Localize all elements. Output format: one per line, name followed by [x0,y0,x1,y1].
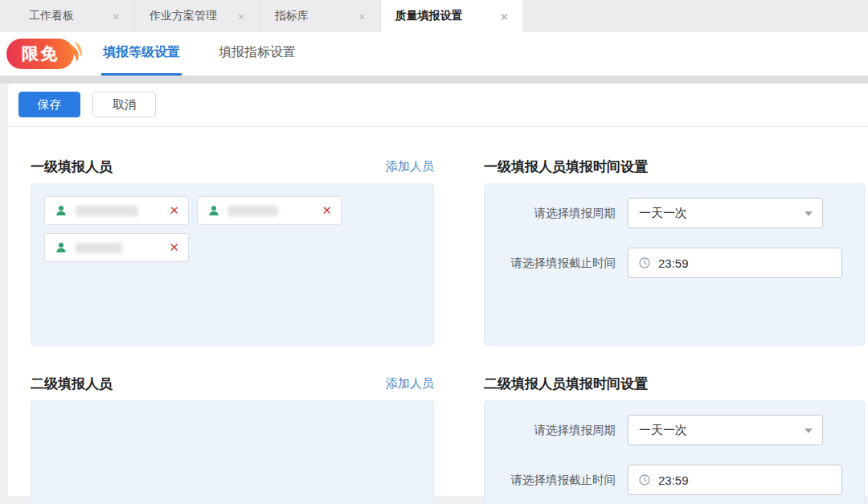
save-button[interactable]: 保存 [18,92,80,117]
section-title: 二级填报人员 [31,375,113,393]
deadline-time-value: 23:59 [658,256,689,270]
level2-time-panel: 请选择填报周期 一天一次 请选择填报截止时间 23:59 [484,400,865,504]
tab-label: 工作看板 [29,9,74,23]
cycle-select-value: 一天一次 [639,206,687,221]
limited-free-badge: 限免 [6,39,74,69]
content-area: 一级填报人员 添加人员 ✕✕✕ 二级填报人员 添加人员 一级填报人员填报时间设置… [8,127,868,504]
deadline-label: 请选择填报截止时间 [485,256,616,271]
tab-label: 指标库 [275,9,309,23]
section-head-level1-time: 一级填报人员填报时间设置 [484,156,865,177]
sub-header: 限免 填报等级设置 填报指标设置 [0,32,868,76]
close-icon[interactable]: × [501,10,508,23]
deadline-label: 请选择填报截止时间 [485,473,616,488]
cycle-select-value: 一天一次 [639,423,687,438]
tab-work-board[interactable]: 工作看板 × [14,0,135,32]
remove-member-icon[interactable]: ✕ [169,203,179,218]
level1-people-panel: ✕✕✕ [31,183,434,346]
cancel-button[interactable]: 取消 [92,92,156,117]
deadline-row: 请选择填报截止时间 23:59 [485,248,864,278]
sub-tab-group: 填报等级设置 填报指标设置 [101,32,297,76]
cycle-row: 请选择填报周期 一天一次 [485,198,864,228]
member-tag[interactable]: ✕ [197,196,342,225]
add-person-link[interactable]: 添加人员 [386,159,434,174]
tab-quality-fill-settings[interactable]: 质量填报设置 × [381,0,522,32]
close-icon[interactable]: × [113,10,120,23]
level1-time-panel: 请选择填报周期 一天一次 请选择填报截止时间 23:59 [484,183,865,346]
level2-people-panel [31,400,434,504]
cycle-row: 请选择填报周期 一天一次 [485,415,864,445]
deadline-time-value: 23:59 [658,473,689,487]
member-tag[interactable]: ✕ [44,233,189,262]
section-head-level2-time: 二级填报人员填报时间设置 [484,373,865,394]
chevron-down-icon [805,428,813,433]
remove-member-icon[interactable]: ✕ [321,203,332,218]
deadline-time-input[interactable]: 23:59 [628,248,842,278]
deadline-row: 请选择填报截止时间 23:59 [485,465,864,495]
settings-card: 保存 取消 一级填报人员 添加人员 ✕✕✕ 二级填报人员 添加人员 一级填报人员… [8,84,868,496]
user-icon [55,241,68,254]
tab-fill-level-settings[interactable]: 填报等级设置 [101,32,182,76]
member-name-redacted [76,206,138,216]
flame-icon [68,41,84,67]
chevron-down-icon [805,211,813,216]
cycle-select[interactable]: 一天一次 [628,198,823,228]
people-column: 一级填报人员 添加人员 ✕✕✕ 二级填报人员 添加人员 [31,156,434,504]
cycle-label: 请选择填报周期 [485,206,616,221]
window-tab-bar: 工作看板 × 作业方案管理 × 指标库 × 质量填报设置 × [0,0,868,32]
cycle-select[interactable]: 一天一次 [628,415,823,445]
user-icon [207,204,220,217]
time-settings-column: 一级填报人员填报时间设置 请选择填报周期 一天一次 请选择填报截止时间 [484,156,865,504]
badge-label: 限免 [22,43,59,65]
cycle-label: 请选择填报周期 [485,423,616,438]
tab-label: 作业方案管理 [149,9,217,23]
close-icon[interactable]: × [358,10,366,23]
add-person-link[interactable]: 添加人员 [386,376,434,391]
tab-operation-plan-management[interactable]: 作业方案管理 × [135,0,260,32]
tab-fill-indicator-settings[interactable]: 填报指标设置 [217,32,297,76]
member-name-redacted [76,243,122,253]
tab-label: 质量填报设置 [395,9,463,23]
user-icon [55,204,68,217]
clock-icon [638,256,651,269]
section-title: 二级填报人员填报时间设置 [484,375,648,393]
section-head-level1-people: 一级填报人员 添加人员 [31,156,434,177]
section-title: 一级填报人员 [31,158,113,176]
deadline-time-input[interactable]: 23:59 [628,465,842,495]
section-title: 一级填报人员填报时间设置 [484,158,648,176]
remove-member-icon[interactable]: ✕ [169,240,179,255]
divider-band [0,76,868,84]
clock-icon [638,473,651,486]
tab-indicator-library[interactable]: 指标库 × [260,0,381,32]
toolbar: 保存 取消 [8,84,868,127]
close-icon[interactable]: × [238,10,245,23]
member-name-redacted [228,206,278,216]
section-head-level2-people: 二级填报人员 添加人员 [31,373,434,394]
member-tag[interactable]: ✕ [44,196,189,225]
